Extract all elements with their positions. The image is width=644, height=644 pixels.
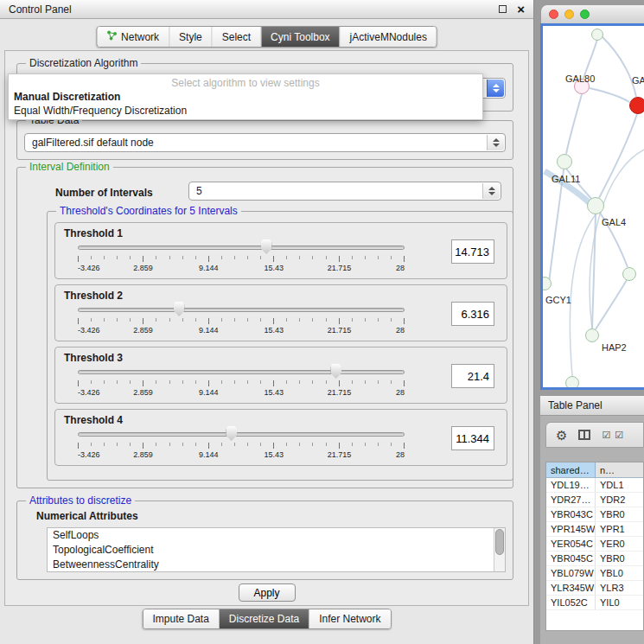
table-cell[interactable]: YIL052C [546, 596, 596, 609]
tab-discretize-data[interactable]: Discretize Data [220, 609, 309, 628]
tab-infer-network[interactable]: Infer Network [309, 609, 390, 628]
slider-thumb[interactable] [174, 302, 185, 316]
gear-icon[interactable]: ⚙ [556, 429, 567, 442]
table-row[interactable]: YBR043CYBR0 [546, 507, 643, 522]
table-cell[interactable]: YIL0 [596, 596, 643, 609]
table-cell[interactable]: YBR0 [596, 552, 643, 565]
tab-style[interactable]: Style [169, 27, 213, 47]
list-item[interactable]: TopologicalCoefficient [48, 543, 505, 558]
threshold-4-slider[interactable]: -3.426 2.859 9.144 15.43 21.715 28 [78, 425, 405, 465]
network-node[interactable] [565, 376, 579, 390]
slider-track[interactable] [78, 308, 405, 312]
table-cell[interactable]: YBL0 [596, 566, 643, 580]
threshold-2-slider[interactable]: -3.426 2.859 9.144 15.43 21.715 28 [78, 301, 405, 341]
table-row[interactable]: YIL052CYIL0 [546, 596, 643, 610]
threshold-3-slider[interactable]: -3.426 2.859 9.144 15.43 21.715 28 [78, 363, 405, 403]
apply-button[interactable]: Apply [239, 583, 296, 602]
table-cell[interactable]: YLR3 [596, 581, 643, 595]
popup-item-placeholder[interactable]: Select algorithm to view settings [9, 76, 482, 90]
table-row[interactable]: YBL079WYBL0 [546, 566, 643, 581]
slider-track[interactable] [78, 245, 405, 250]
slider-scale: -3.426 2.859 9.144 15.43 21.715 28 [78, 388, 405, 398]
table-cell[interactable]: YDL19… [546, 478, 596, 492]
table-cell[interactable]: YDL1 [596, 478, 643, 492]
scale-label: 28 [396, 450, 405, 459]
interval-definition-group: Interval Definition Number of Intervals … [16, 167, 513, 488]
table-cell[interactable]: YLR345W [546, 581, 596, 595]
tab-jactivemnodules[interactable]: jActiveMNodules [341, 27, 437, 47]
thresholds-group: Threshold's Coordinates for 5 Intervals … [47, 211, 513, 481]
network-node[interactable] [557, 154, 572, 169]
threshold-4-group: Threshold 4 -3.426 2.859 9.144 15.43 [54, 409, 507, 466]
column-header-shared-name[interactable]: shared… [546, 462, 596, 477]
list-item[interactable]: SelfLoops [48, 528, 505, 543]
tab-impute-data[interactable]: Impute Data [143, 609, 219, 628]
table-cell[interactable]: YBR0 [596, 507, 643, 521]
combo-stepper-icon[interactable] [487, 80, 504, 97]
tab-cyni-toolbox[interactable]: Cyni Toolbox [261, 27, 340, 47]
network-node[interactable] [585, 328, 599, 342]
slider-track[interactable] [78, 432, 405, 437]
tab-select[interactable]: Select [213, 27, 261, 47]
network-window-titlebar[interactable] [540, 4, 644, 23]
combo-stepper-icon[interactable] [487, 135, 504, 150]
slider-track[interactable] [78, 370, 405, 374]
table-cell[interactable]: YDR27… [546, 493, 596, 507]
slider-thumb[interactable] [226, 426, 237, 441]
group-title: Discretization Algorithm [26, 57, 141, 69]
table-cell[interactable]: YBL079W [546, 566, 596, 580]
number-of-intervals-select[interactable]: 5 [188, 182, 501, 201]
tab-label: Select [222, 31, 251, 43]
network-node[interactable] [591, 29, 603, 41]
column-header-name[interactable]: n… [596, 462, 643, 477]
network-node[interactable] [629, 97, 644, 114]
table-row[interactable]: YPR145WYPR1 [546, 522, 643, 537]
tab-network[interactable]: Network [97, 27, 169, 47]
network-node[interactable] [587, 197, 604, 214]
table-row[interactable]: YBR045CYBR0 [546, 552, 643, 566]
table-cell[interactable]: YPR1 [596, 522, 643, 536]
table-cell[interactable]: YER0 [596, 537, 643, 551]
float-window-icon[interactable] [499, 5, 507, 13]
threshold-1-value-input[interactable] [451, 239, 494, 264]
combo-stepper-icon[interactable] [482, 183, 500, 199]
table-cell[interactable]: YDR2 [596, 493, 643, 507]
network-node[interactable] [622, 267, 636, 281]
table-cell[interactable]: YER054C [546, 537, 596, 551]
slider-thumb[interactable] [330, 364, 341, 379]
popup-item-manual-discretization[interactable]: Manual Discretization [9, 90, 482, 104]
scale-label: -3.426 [78, 450, 100, 459]
threshold-1-slider[interactable]: -3.426 2.859 9.144 15.43 21.715 28 [78, 239, 405, 278]
threshold-2-label: Threshold 2 [64, 290, 123, 302]
network-canvas[interactable]: GAL80GAGAL11GAL4GCY1HAP2 [543, 26, 644, 387]
table-row[interactable]: YDR27…YDR2 [546, 493, 643, 507]
columns-icon[interactable] [578, 430, 590, 440]
control-panel-title: Control Panel [9, 3, 72, 16]
table-cell[interactable]: YPR145W [546, 522, 596, 536]
table-row[interactable]: YER054CYER0 [546, 537, 643, 552]
scale-label: 21.715 [328, 264, 352, 272]
popup-item-equal-width-frequency[interactable]: Equal Width/Frequency Discretization [9, 104, 482, 118]
table-data-select[interactable]: galFiltered.sif default node [24, 133, 506, 152]
app-screen: Control Panel × Network Style Select Cyn… [0, 0, 644, 644]
list-scrollbar[interactable] [494, 528, 505, 571]
group-title: Threshold's Coordinates for 5 Intervals [56, 205, 241, 217]
threshold-4-value-input[interactable] [451, 426, 494, 450]
scrollbar-thumb[interactable] [495, 529, 504, 555]
close-traffic-light-icon[interactable] [549, 10, 558, 19]
select-columns-checkbox-icons[interactable]: ☑ ☑ [602, 430, 624, 441]
table-row[interactable]: YLR345WYLR3 [546, 581, 643, 596]
numerical-attributes-list[interactable]: SelfLoops TopologicalCoefficient Between… [47, 527, 506, 572]
close-icon[interactable]: × [517, 3, 525, 16]
table-cell[interactable]: YBR043C [546, 507, 596, 521]
list-item[interactable]: BetweennessCentrality [48, 558, 505, 572]
zoom-traffic-light-icon[interactable] [580, 10, 590, 19]
table-row[interactable]: YDL19…YDL1 [546, 478, 643, 493]
table-cell[interactable]: YBR045C [546, 552, 596, 565]
minimize-traffic-light-icon[interactable] [564, 10, 574, 19]
scale-label: 21.715 [328, 450, 352, 459]
threshold-2-value-input[interactable] [451, 302, 494, 326]
threshold-3-value-input[interactable] [451, 364, 494, 388]
slider-thumb[interactable] [261, 239, 272, 254]
table-data-select-value: galFiltered.sif default node [32, 137, 154, 149]
